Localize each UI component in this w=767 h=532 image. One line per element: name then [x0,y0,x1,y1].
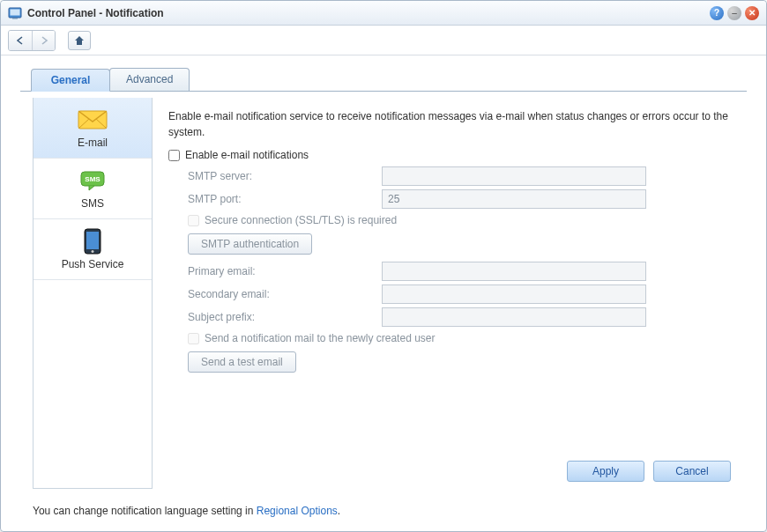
back-button[interactable] [9,31,32,50]
smtp-port-input[interactable] [382,189,646,209]
note-prefix: You can change notification language set… [33,505,257,517]
smtp-auth-button[interactable]: SMTP authentication [188,233,312,255]
secondary-email-input[interactable] [382,284,646,304]
ssl-label: Secure connection (SSL/TLS) is required [205,214,397,226]
titlebar-controls: ? – ✕ [710,6,759,20]
cancel-button[interactable]: Cancel [653,461,731,482]
send-new-user-row: Send a notification mail to the newly cr… [188,332,731,344]
smtp-server-row: SMTP server: [188,166,731,186]
bottom-note: You can change notification language set… [1,499,766,531]
sidebar-item-label: Push Service [62,258,124,270]
test-email-row: Send a test email [188,351,731,373]
nav-group [8,30,56,51]
tab-general[interactable]: General [31,69,110,92]
smtp-server-label: SMTP server: [188,170,382,182]
smtp-port-row: SMTP port: [188,189,731,209]
sidebar-item-email[interactable]: E-mail [34,98,152,159]
footer-buttons: Apply Cancel [567,461,731,482]
control-panel-icon [8,6,22,20]
sidebar-item-push[interactable]: Push Service [34,219,152,280]
svg-rect-1 [11,9,20,15]
tab-label: Advanced [126,73,173,85]
toolbar [1,26,766,55]
window: Control Panel - Notification ? – ✕ Gener… [0,0,767,532]
enable-email-label: Enable e-mail notifications [185,149,309,161]
tab-label: General [51,74,91,86]
description-text: Enable e-mail notification service to re… [168,108,731,140]
primary-email-input[interactable] [382,262,646,281]
enable-email-checkbox[interactable] [168,150,180,161]
svg-rect-2 [12,18,18,19]
help-button[interactable]: ? [710,6,724,20]
send-new-user-checkbox[interactable] [188,333,199,344]
sidebar-item-label: E-mail [78,137,108,149]
svg-point-8 [92,250,94,253]
send-test-email-button[interactable]: Send a test email [188,351,296,373]
mobile-icon [77,230,108,253]
forward-button[interactable] [32,31,55,50]
regional-options-link[interactable]: Regional Options [257,505,338,517]
ssl-checkbox[interactable] [188,215,199,226]
window-title: Control Panel - Notification [27,7,710,19]
sidebar-item-label: SMS [81,197,104,210]
send-new-user-label: Send a notification mail to the newly cr… [205,332,435,344]
tab-advanced[interactable]: Advanced [109,68,190,91]
note-suffix: . [338,505,340,517]
minimize-button[interactable]: – [727,6,741,20]
close-button[interactable]: ✕ [745,6,759,20]
subject-prefix-row: Subject prefix: [188,307,731,327]
subject-prefix-label: Subject prefix: [188,311,382,323]
enable-email-checkbox-row: Enable e-mail notifications [168,149,731,161]
primary-email-label: Primary email: [188,265,382,277]
content: E-mail SMS SMS [33,98,747,489]
home-button[interactable] [68,31,91,50]
ssl-checkbox-row: Secure connection (SSL/TLS) is required [188,214,731,226]
sidebar-item-sms[interactable]: SMS SMS [34,159,152,219]
titlebar: Control Panel - Notification ? – ✕ [1,1,766,26]
apply-button[interactable]: Apply [567,461,644,482]
smtp-auth-row: SMTP authentication [188,233,731,255]
svg-text:SMS: SMS [85,175,101,183]
envelope-icon [77,108,108,131]
smtp-server-input[interactable] [382,166,646,186]
tabs: General Advanced [1,55,766,98]
secondary-email-row: Secondary email: [188,284,731,304]
sidebar: E-mail SMS SMS [33,98,153,489]
primary-email-row: Primary email: [188,262,731,281]
sms-icon: SMS [77,169,108,192]
secondary-email-label: Secondary email: [188,288,382,300]
subject-prefix-input[interactable] [382,307,646,327]
main-panel: Enable e-mail notification service to re… [153,98,747,489]
svg-rect-7 [86,232,99,249]
smtp-port-label: SMTP port: [188,193,382,205]
